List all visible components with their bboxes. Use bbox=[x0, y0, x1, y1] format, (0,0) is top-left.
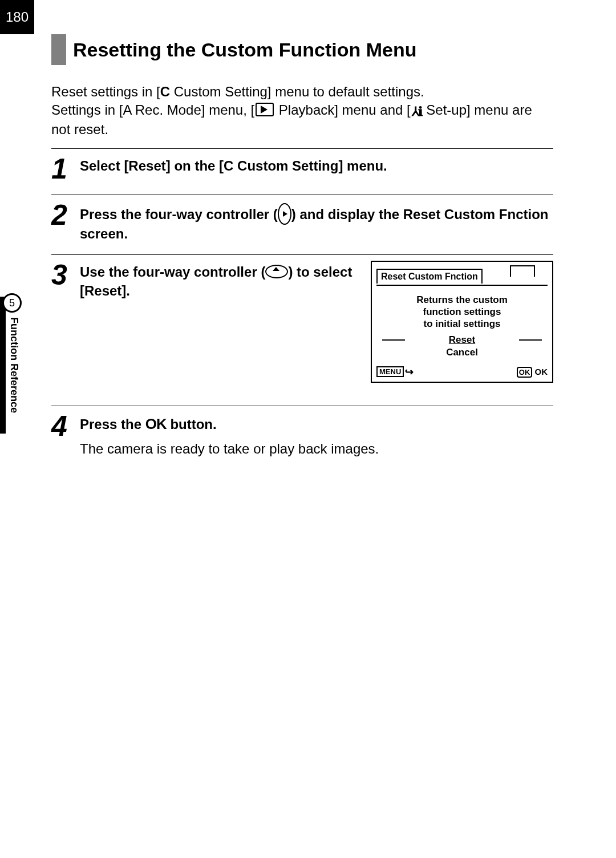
return-arrow-icon: ↩ bbox=[405, 365, 414, 379]
setup-icon: ⅄ℹ bbox=[412, 103, 422, 120]
text: Returns the custom bbox=[416, 294, 508, 305]
c-menu-token: C bbox=[224, 158, 233, 173]
step-text: Press the OK button. The camera is ready… bbox=[80, 414, 553, 458]
heading-text: Resetting the Custom Function Menu bbox=[73, 39, 417, 61]
step-subtext: The camera is ready to take or play back… bbox=[80, 440, 553, 458]
step-1: 1 Select [Reset] on the [C Custom Settin… bbox=[51, 148, 553, 195]
intro-part: Reset settings in [ bbox=[51, 84, 160, 99]
ok-label: OK bbox=[535, 367, 548, 377]
text: to initial settings bbox=[423, 318, 500, 329]
text: Press the four-way controller ( bbox=[80, 207, 278, 222]
playback-icon bbox=[256, 103, 274, 116]
chapter-number-circle: 5 bbox=[2, 293, 22, 313]
fourway-up-icon bbox=[265, 265, 288, 278]
step-4: 4 Press the OK button. The camera is rea… bbox=[51, 406, 553, 470]
step-number: 2 bbox=[51, 201, 80, 229]
menu-box-icon: MENU bbox=[376, 366, 404, 377]
lcd-footer: MENU↩ OK OK bbox=[376, 363, 548, 379]
heading-accent bbox=[51, 34, 66, 65]
lcd-cancel-option: Cancel bbox=[376, 346, 548, 363]
text: button. bbox=[167, 416, 217, 432]
lcd-reset-option: Reset bbox=[376, 334, 548, 347]
step-number: 1 bbox=[51, 155, 80, 183]
lcd-menu-hint: MENU↩ bbox=[376, 365, 414, 379]
text: Press the bbox=[80, 416, 145, 432]
step-text: Press the four-way controller () and dis… bbox=[80, 203, 553, 243]
ok-button-label: OK bbox=[145, 415, 167, 432]
intro-part: Rec. Mode] menu, [ bbox=[131, 102, 254, 118]
chapter-thumb-tab: 5 Function Reference bbox=[0, 297, 20, 434]
steps-list: 1 Select [Reset] on the [C Custom Settin… bbox=[51, 148, 553, 470]
step-number: 3 bbox=[51, 261, 80, 289]
text: Custom Setting] menu. bbox=[233, 158, 387, 173]
page-number: 180 bbox=[0, 0, 34, 34]
lcd-tab-title: Reset Custom Fnction bbox=[376, 269, 483, 284]
step-text: Select [Reset] on the [C Custom Setting]… bbox=[80, 157, 553, 175]
step-text: Use the four-way controller () to select… bbox=[80, 263, 553, 382]
lcd-ok-hint: OK OK bbox=[517, 366, 548, 378]
page-heading: Resetting the Custom Function Menu bbox=[51, 34, 553, 65]
intro-part: Settings in [ bbox=[51, 102, 123, 118]
fourway-right-icon bbox=[278, 203, 291, 225]
lcd-tab-right bbox=[510, 265, 535, 277]
text: function settings bbox=[423, 306, 501, 317]
step3-instruction: Use the four-way controller () to select… bbox=[80, 263, 359, 300]
intro-part: Playback] menu and [ bbox=[275, 102, 410, 118]
intro-part: Custom Setting] menu to default settings… bbox=[170, 84, 424, 99]
tab-bar bbox=[0, 297, 6, 434]
chapter-label: Function Reference bbox=[8, 297, 20, 413]
step-2: 2 Press the four-way controller () and d… bbox=[51, 195, 553, 254]
c-menu-token: C bbox=[160, 84, 170, 99]
lcd-screen: Reset Custom Fnction Returns the custom … bbox=[371, 261, 553, 382]
rec-mode-token: A bbox=[123, 102, 131, 118]
text: Use the four-way controller ( bbox=[80, 264, 265, 280]
lcd-message: Returns the custom function settings to … bbox=[376, 286, 548, 334]
intro-text: Reset settings in [C Custom Setting] men… bbox=[51, 83, 553, 139]
text: Select [Reset] on the [ bbox=[80, 158, 224, 173]
ok-box-icon: OK bbox=[517, 367, 533, 378]
step-3: 3 Use the four-way controller () to sele… bbox=[51, 254, 553, 394]
step-number: 4 bbox=[51, 412, 80, 440]
